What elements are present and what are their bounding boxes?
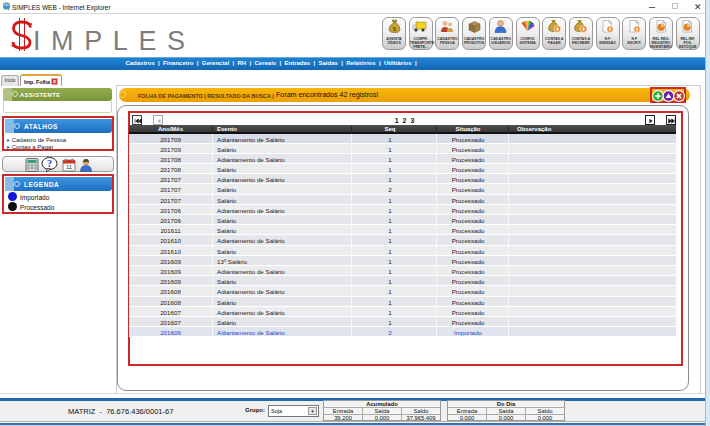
svg-text:11: 11 [66, 164, 73, 170]
svg-text:?: ? [47, 158, 52, 169]
